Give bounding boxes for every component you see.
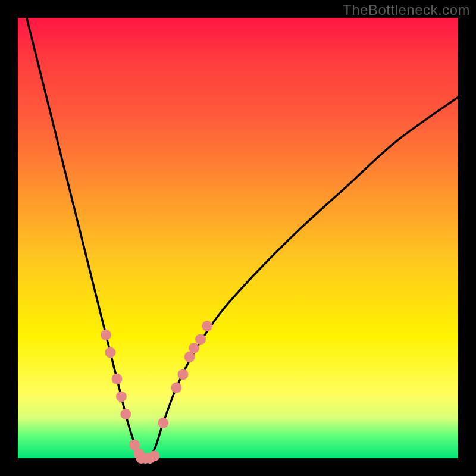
marker-dot <box>195 334 206 345</box>
marker-dot <box>105 347 115 358</box>
marker-dot <box>202 321 212 331</box>
marker-dot <box>116 391 127 402</box>
watermark-label: TheBottleneck.com <box>343 2 470 18</box>
marker-dot <box>120 409 131 419</box>
plot-area <box>18 18 458 458</box>
marker-dot <box>189 343 199 353</box>
marker-dot <box>112 374 123 384</box>
chart-frame: TheBottleneck.com <box>0 0 476 476</box>
marker-dot <box>171 383 181 393</box>
marker-dot <box>178 369 189 380</box>
marker-dot <box>149 450 159 461</box>
bottleneck-curve <box>27 18 458 459</box>
marker-dot <box>101 330 111 340</box>
curve-svg <box>18 18 458 458</box>
marker-dot <box>158 418 168 428</box>
